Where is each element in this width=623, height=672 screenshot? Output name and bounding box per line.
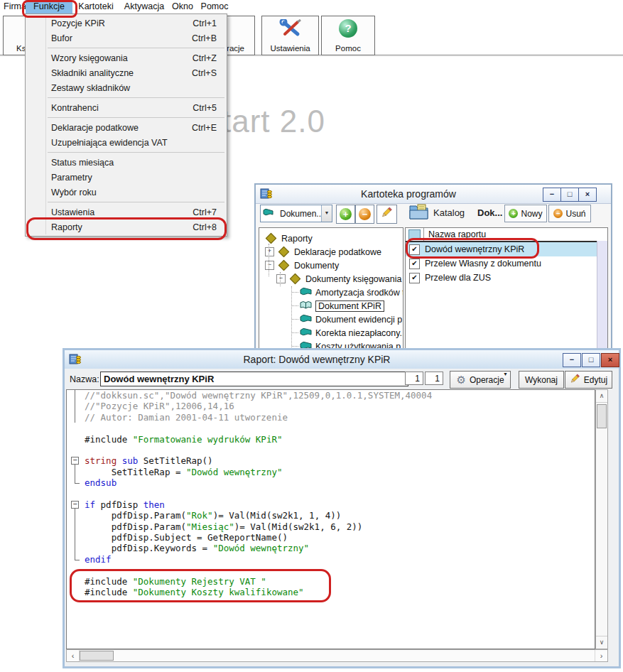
close-button[interactable]: ×: [578, 188, 597, 202]
scroll-left-arrow[interactable]: ‹: [67, 650, 80, 661]
menu-firma[interactable]: Firma: [1, 0, 28, 13]
add-button[interactable]: +: [336, 205, 355, 224]
fold-gutter: [67, 390, 82, 401]
menu-item-raporty[interactable]: RaportyCtrl+8: [26, 220, 227, 234]
edit-button[interactable]: Edytuj: [565, 371, 612, 389]
tree-item-label: Dokumenty: [294, 261, 339, 271]
remove-button[interactable]: −: [355, 205, 374, 224]
menu-item-wzory-ksiegowania[interactable]: Wzory księgowaniaCtrl+Z: [26, 50, 227, 65]
minimize-button[interactable]: −: [543, 188, 561, 202]
code-line: pdfDisp.Keywords = "Dowód wewnętrzny": [67, 543, 595, 553]
toolbar-button-pomoc[interactable]: ? Pomoc: [321, 16, 375, 55]
fold-collapse-icon[interactable]: −: [71, 501, 79, 509]
vertical-scrollbar[interactable]: ∧ ∨: [595, 389, 608, 649]
menu-pomoc[interactable]: Pomoc: [199, 0, 230, 13]
report-titlebar[interactable]: Raport: Dowód wewnętrzny KPiR − □ ×: [65, 350, 619, 369]
code-line: SetTitleRap = "Dowód wewnętrzny": [67, 467, 595, 477]
maximize-button[interactable]: □: [560, 188, 579, 202]
menu-item-status-miesiaca[interactable]: Status miesiąca: [26, 155, 227, 170]
scroll-right-arrow[interactable]: ›: [595, 650, 607, 661]
vertical-scroll-thumb[interactable]: [597, 404, 607, 428]
category-combo[interactable]: Dokumen... ▼: [260, 205, 332, 222]
header-checkbox[interactable]: [408, 229, 421, 240]
checkbox-checked[interactable]: ✔: [409, 244, 420, 255]
code-token: "Rok": [186, 510, 213, 521]
report-row-przelew-wlasny[interactable]: ✔ Przelew Własny z dokumentu: [406, 256, 607, 271]
report-row-dowod-wewnetrzny[interactable]: ✔ Dowód wewnętrzny KPiR: [406, 242, 607, 256]
tree-item-dokument-ewidencji[interactable]: Dokument ewidencji p...: [259, 313, 403, 326]
tree-item-label: Dokumenty księgowania: [305, 274, 402, 284]
checkbox-checked[interactable]: ✔: [409, 273, 420, 283]
scroll-up-arrow[interactable]: ∧: [596, 390, 607, 403]
delete-report-button[interactable]: − Usuń: [548, 205, 591, 222]
menu-item-pozycje-kpir[interactable]: Pozycje KPiRCtrl+1: [26, 16, 227, 31]
menu-item-ustawienia[interactable]: UstawieniaCtrl+7: [26, 205, 227, 220]
menu-item-label: Wzory księgowania: [51, 53, 128, 63]
menu-item-label: Zestawy składników: [51, 83, 130, 93]
menu-item-uzupelniajaca-ewidencja[interactable]: Uzupełniająca ewidencja VAT: [26, 135, 227, 150]
kartoteka-titlebar[interactable]: Kartoteka programów − □ ×: [256, 185, 611, 204]
caret-down-icon: ▼: [503, 372, 508, 376]
menu-item-deklaracje-podatkowe[interactable]: Deklaracje podatkoweCtrl+E: [26, 120, 227, 135]
toolbar-button-ustawienia[interactable]: Ustawienia: [261, 16, 319, 55]
fold-collapse-icon[interactable]: −: [71, 457, 79, 465]
menu-item-label: Uzupełniająca ewidencja VAT: [51, 138, 168, 148]
code-editor[interactable]: //"dokksun.sc","Dowód wewnętrzny KPiR",1…: [66, 389, 595, 649]
menu-okno[interactable]: Okno: [169, 0, 196, 13]
menu-item-bufor[interactable]: BuforCtrl+B: [26, 31, 227, 45]
menu-item-parametry[interactable]: Parametry: [26, 170, 227, 185]
menu-item-skladniki-analityczne[interactable]: Składniki analityczneCtrl+S: [26, 65, 227, 80]
collapse-minus-icon[interactable]: −: [276, 274, 286, 283]
edit-button[interactable]: [376, 205, 397, 224]
maximize-button[interactable]: □: [582, 353, 600, 367]
counter-field-2[interactable]: 1: [425, 372, 443, 385]
pencil-icon: [570, 374, 580, 386]
tree-item-raporty[interactable]: Raporty: [259, 232, 403, 245]
expand-plus-icon[interactable]: +: [265, 247, 274, 256]
menu-item-kontrahenci[interactable]: KontrahenciCtrl+5: [26, 100, 227, 115]
tree-item-dokumenty-ksiegowania[interactable]: − Dokumenty księgowania: [259, 272, 403, 286]
window-icon: [69, 354, 81, 368]
tree-item-label-focused: Dokument KPiR: [315, 300, 384, 312]
tree-item-dokument-kpir[interactable]: Dokument KPiR: [259, 299, 403, 313]
menu-item-zestawy-skladnikow[interactable]: Zestawy składników: [26, 80, 227, 95]
scroll-down-arrow[interactable]: ∨: [596, 636, 607, 649]
menu-aktywacja[interactable]: Aktywacja: [121, 0, 168, 13]
report-name-input[interactable]: Dowód wewnętrzny KPiR: [100, 372, 408, 386]
code-token: SetTitleRap =: [85, 467, 186, 477]
code-token: pdfDisp: [95, 499, 143, 510]
operations-button[interactable]: ⚙ Operacje ▼: [450, 371, 511, 389]
tree-item-korekta[interactable]: Korekta niezapłacony...: [259, 326, 403, 340]
chevron-down-icon[interactable]: ▼: [321, 205, 332, 222]
menu-funkcje[interactable]: Funkcje: [26, 0, 72, 13]
tree-item-amortyzacja[interactable]: Amortyzacja środków t...: [259, 286, 403, 299]
collapse-minus-icon[interactable]: −: [265, 261, 274, 270]
run-button[interactable]: Wykonaj: [519, 371, 564, 389]
tree-item-label: Dokument ewidencji p...: [315, 315, 403, 325]
menu-item-shortcut: Ctrl+7: [193, 207, 217, 217]
checkbox-checked[interactable]: ✔: [409, 259, 420, 269]
horizontal-scrollbar[interactable]: ‹ ›: [66, 649, 608, 662]
counter-field-1[interactable]: 1: [405, 372, 423, 385]
name-label: Nazwa:: [70, 374, 99, 384]
menu-kartoteki[interactable]: Kartoteki: [74, 0, 118, 13]
report-list-header[interactable]: Nazwa raportu: [406, 228, 607, 242]
horizontal-scroll-thumb[interactable]: [80, 651, 114, 661]
fold-gutter: [67, 565, 82, 575]
teal-book-icon: [263, 208, 273, 219]
tree-item-deklaracje-podatkowe[interactable]: + Deklaracje podatkowe: [259, 245, 403, 259]
app-screen: Firma Funkcje Kartoteki Aktywacja Okno P…: [0, 0, 623, 672]
minimize-button[interactable]: −: [563, 353, 581, 367]
new-report-button[interactable]: + Nowy: [504, 205, 547, 222]
menu-item-wybor-roku[interactable]: Wybór roku: [26, 185, 227, 200]
menubar: Firma Funkcje Kartoteki Aktywacja Okno P…: [0, 0, 623, 13]
report-toolbar: Nazwa: Dowód wewnętrzny KPiR 1 1 ⚙ Opera…: [65, 369, 619, 389]
report-row-przelew-zus[interactable]: ✔ Przelew dla ZUS: [406, 271, 607, 285]
tree-item-dokumenty[interactable]: − Dokumenty: [259, 259, 403, 272]
menu-item-shortcut: Ctrl+B: [192, 33, 217, 43]
question-glyph: ?: [339, 19, 357, 38]
close-button[interactable]: ×: [601, 353, 619, 367]
code-line: #include "Dokumenty Rejestry VAT ": [67, 576, 595, 587]
code-line: //"dokksun.sc","Dowód wewnętrzny KPiR",1…: [67, 390, 595, 401]
code-token: "Miesiąc": [186, 521, 234, 532]
